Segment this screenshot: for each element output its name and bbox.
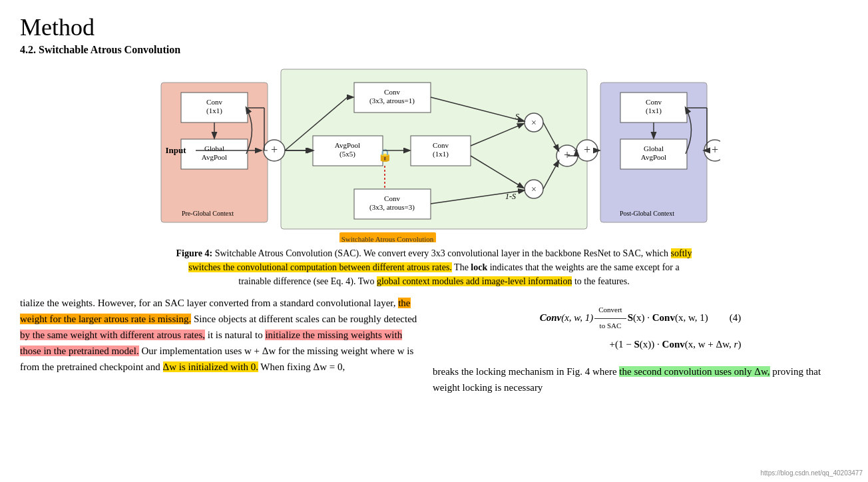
svg-text:AvgPool: AvgPool — [202, 153, 227, 161]
svg-text:(3x3, atrous=1): (3x3, atrous=1) — [369, 97, 415, 105]
svg-text:Conv: Conv — [206, 98, 222, 106]
svg-text:Post-Global Context: Post-Global Context — [620, 210, 674, 217]
diagram-container: Conv (1x1) Global AvgPool Pre-Global Con… — [20, 63, 848, 242]
caption-text3: to the features. — [574, 276, 630, 286]
watermark: https://blog.csdn.net/qq_40203477 — [761, 469, 863, 477]
svg-text:+: + — [584, 143, 590, 156]
svg-text:+: + — [712, 143, 718, 156]
svg-text:+: + — [271, 143, 278, 156]
diagram-svg: Conv (1x1) Global AvgPool Pre-Global Con… — [148, 63, 720, 242]
caption-hl2: global context modules add image-level i… — [377, 276, 572, 286]
svg-text:(5x5): (5x5) — [339, 150, 355, 158]
svg-text:Global: Global — [204, 144, 224, 152]
eq-arrow-top: Convert — [594, 303, 626, 317]
equation-area: Conv(x, w, 1) Convert S(x) · Conv(x, w, … — [433, 302, 848, 354]
section-title: 4.2. Switchable Atrous Convolution — [20, 44, 848, 56]
svg-text:(3x3, atrous=3): (3x3, atrous=3) — [369, 203, 415, 212]
svg-text:×: × — [531, 184, 537, 194]
svg-text:×: × — [531, 118, 537, 128]
hl-same-weight: by the same weight with different atrous… — [20, 330, 205, 340]
svg-text:Conv: Conv — [384, 194, 400, 202]
figure-caption: Figure 4: Switchable Atrous Convolution … — [174, 246, 694, 288]
svg-text:Input: Input — [165, 145, 186, 155]
hl-second-conv: the second convolution uses only Δw, — [619, 366, 769, 377]
right-text: breaks the locking mechanism in Fig. 4 w… — [433, 363, 848, 395]
hl-missing-weight: the weight for the larger atrous rate is… — [20, 298, 411, 324]
left-paragraph: tialize the weights. However, for an SAC… — [20, 295, 419, 375]
svg-text:Switchable Atrous Convolution: Switchable Atrous Convolution — [341, 235, 434, 242]
svg-text:AvgPool: AvgPool — [335, 141, 360, 149]
eq-arrow-bottom: to SAC — [594, 318, 626, 333]
content-area: tialize the weights. However, for an SAC… — [20, 295, 848, 395]
svg-text:Conv: Conv — [646, 98, 662, 106]
svg-text:Conv: Conv — [433, 141, 449, 149]
right-column: Conv(x, w, 1) Convert S(x) · Conv(x, w, … — [433, 295, 848, 395]
caption-text1: Switchable Atrous Convolution (SAC). We … — [215, 248, 671, 258]
svg-text:AvgPool: AvgPool — [641, 153, 666, 161]
page-container: Method 4.2. Switchable Atrous Convolutio… — [0, 0, 868, 402]
svg-text:+: + — [564, 148, 570, 162]
svg-text:Global: Global — [644, 144, 664, 152]
caption-label: Figure 4: — [176, 248, 213, 258]
left-column: tialize the weights. However, for an SAC… — [20, 295, 419, 395]
svg-text:Pre-Global Context: Pre-Global Context — [182, 210, 234, 217]
svg-text:Conv: Conv — [384, 88, 400, 96]
svg-text:(1x1): (1x1) — [646, 107, 662, 115]
eq-rhs1: S(x) · Conv(x, w, 1) — [628, 303, 708, 333]
equation-table: Conv(x, w, 1) Convert S(x) · Conv(x, w, … — [539, 302, 743, 334]
eq-rhs2-line: +(1 − S(x)) · Conv(x, w + Δw, r) — [433, 336, 848, 354]
eq-number: (4) — [710, 303, 742, 333]
page-title: Method — [20, 13, 848, 41]
svg-text:(1x1): (1x1) — [206, 107, 222, 115]
eq-lhs: Conv(x, w, 1) — [540, 303, 594, 333]
svg-text:(1x1): (1x1) — [433, 150, 449, 158]
hl-delta-w: Δw is initialized with 0. — [163, 362, 258, 372]
